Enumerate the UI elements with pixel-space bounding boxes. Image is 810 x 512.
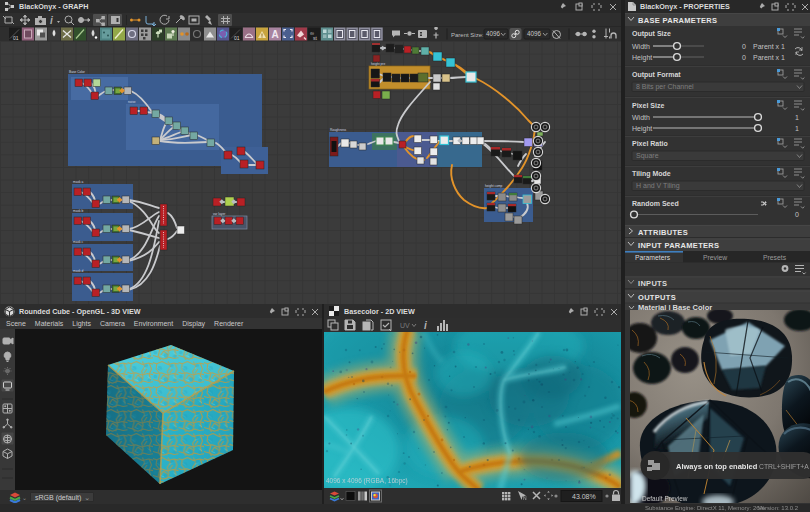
svg-text:Default Preview: Default Preview	[642, 495, 688, 502]
svg-text:Pixel Size: Pixel Size	[632, 102, 664, 109]
svg-text:var layer: var layer	[213, 212, 226, 216]
svg-text:ATTRIBUTES: ATTRIBUTES	[638, 228, 688, 237]
svg-text:INPUT PARAMETERS: INPUT PARAMETERS	[638, 241, 719, 250]
svg-text:i: i	[424, 320, 427, 331]
svg-text:N: N	[523, 495, 527, 501]
svg-text:Base Color: Base Color	[69, 70, 86, 74]
svg-text:mask a: mask a	[73, 180, 84, 184]
svg-text:UV: UV	[400, 322, 410, 329]
svg-text:mask b: mask b	[73, 209, 84, 213]
svg-text:Height: Height	[632, 125, 652, 133]
svg-text:Height: Height	[632, 54, 652, 62]
svg-text:BASE PARAMETERS: BASE PARAMETERS	[638, 16, 717, 25]
svg-text:Pixel Ratio: Pixel Ratio	[632, 140, 668, 147]
svg-text:Parameters: Parameters	[635, 254, 671, 261]
svg-text:0: 0	[742, 43, 746, 50]
svg-text:CTRL+SHIFT+A: CTRL+SHIFT+A	[759, 463, 809, 470]
svg-text:01: 01	[234, 35, 240, 41]
svg-text:Output Size: Output Size	[632, 30, 671, 38]
svg-text:INPUTS: INPUTS	[638, 279, 667, 288]
svg-text:0: 0	[742, 54, 746, 61]
svg-text:01: 01	[13, 35, 19, 41]
svg-text:OUTPUTS: OUTPUTS	[638, 293, 676, 302]
svg-text:Preview: Preview	[703, 254, 727, 261]
svg-text:Width: Width	[632, 114, 650, 121]
svg-text:1: 1	[795, 114, 799, 121]
svg-text:Material | Base Color: Material | Base Color	[638, 303, 712, 310]
svg-text:8 Bits per Channel: 8 Bits per Channel	[636, 83, 694, 91]
svg-text:noise: noise	[128, 100, 136, 104]
svg-text:1: 1	[795, 125, 799, 132]
svg-text:st: st	[313, 35, 318, 41]
svg-text:Square: Square	[636, 152, 659, 160]
svg-text:mask d: mask d	[73, 269, 84, 273]
svg-text:height comp: height comp	[485, 184, 503, 188]
svg-text:0: 0	[795, 211, 799, 218]
svg-text:A: A	[272, 29, 279, 40]
svg-text:Always on top enabled: Always on top enabled	[676, 462, 758, 471]
svg-text:Parent x 1: Parent x 1	[753, 43, 785, 50]
svg-text:height pre: height pre	[371, 62, 385, 66]
svg-text:4096: 4096	[527, 30, 542, 37]
svg-text:Random Seed: Random Seed	[632, 200, 679, 207]
svg-text:Presets: Presets	[763, 254, 787, 261]
svg-text:i: i	[50, 15, 53, 26]
svg-text:43.08%: 43.08%	[572, 493, 596, 500]
svg-text:4096: 4096	[486, 30, 501, 37]
svg-text:H and V Tiling: H and V Tiling	[636, 182, 680, 190]
svg-text:Tiling Mode: Tiling Mode	[632, 170, 671, 178]
svg-text:mask c: mask c	[73, 240, 84, 244]
svg-text:Parent Size:: Parent Size:	[451, 32, 484, 38]
svg-text:Roughness: Roughness	[330, 128, 347, 132]
svg-text:Parent x 1: Parent x 1	[753, 54, 785, 61]
svg-text:Output Format: Output Format	[632, 71, 681, 79]
svg-text:4096 x 4096 (RGBA, 16bpc): 4096 x 4096 (RGBA, 16bpc)	[326, 477, 408, 485]
svg-text:Width: Width	[632, 43, 650, 50]
